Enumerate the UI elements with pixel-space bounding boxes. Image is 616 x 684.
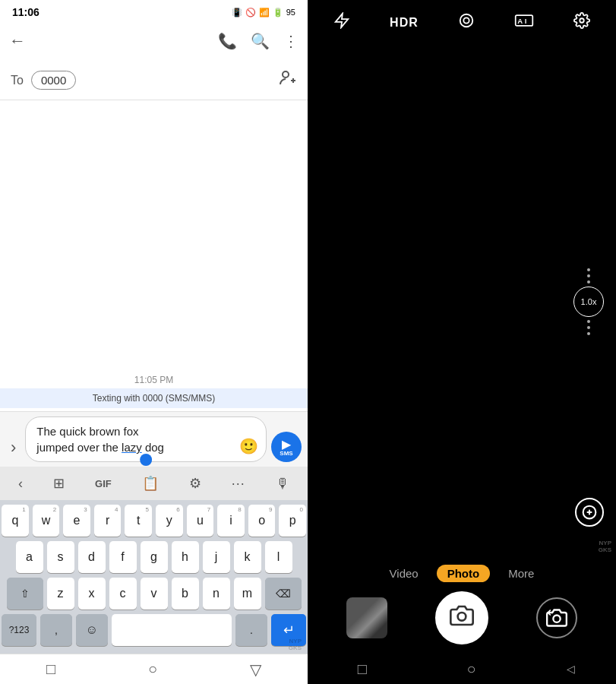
gallery-thumbnail[interactable] [346,597,387,638]
expand-button[interactable]: › [6,433,21,462]
phone-icon[interactable]: 📞 [218,32,237,50]
key-t[interactable]: 5t [125,505,152,537]
camera-mode-row: Video Photo More [308,557,616,588]
key-y[interactable]: 6y [156,505,183,537]
keyboard-row-1: 1q 2w 3e 4r 5t 6y 7u 8i 9o 0p [2,505,306,537]
flash-icon[interactable] [333,12,350,33]
search-icon[interactable]: 🔍 [251,32,270,50]
lens-select-icon[interactable] [458,12,475,33]
numbers-key[interactable]: ?123 [2,614,36,646]
more-mode-button[interactable]: More [508,567,534,580]
space-key[interactable] [112,614,232,646]
key-g[interactable]: g [141,541,168,573]
key-x[interactable]: x [78,578,106,610]
camera-back-button[interactable]: ◁ [567,663,575,675]
key-r[interactable]: 4r [94,505,122,537]
key-a[interactable]: a [16,541,43,573]
key-d[interactable]: d [78,541,106,573]
period-key[interactable]: . [235,614,267,646]
messaging-panel: 11:06 📳 🚫 📶 🔋 95 ← 📞 🔍 ⋮ To 0000 [0,0,308,684]
emoji-button[interactable]: 🙂 [239,437,258,455]
camera-settings-icon[interactable] [573,12,590,33]
key-k[interactable]: k [234,541,261,573]
photo-mode-button[interactable]: Photo [437,565,491,582]
keyboard-row-3: ⇧ z x c v b n m ⌫ [2,578,306,610]
camera-controls-row [308,588,616,654]
emoji-key[interactable]: ☺ [76,614,108,646]
zoom-dots-top [587,268,590,283]
key-s[interactable]: s [47,541,74,573]
key-f[interactable]: f [109,541,137,573]
camera-home-button[interactable]: ○ [457,657,485,681]
svg-text:I: I [525,17,527,25]
gallery-preview-image [346,597,387,638]
comma-key[interactable]: , [40,614,72,646]
message-text-before-lazy: jumped over the [36,441,122,454]
zoom-value-button[interactable]: 1.0x [573,287,604,317]
status-bar: 11:06 📳 🚫 📶 🔋 95 [0,0,308,21]
more-keyboard-button[interactable]: ··· [226,473,251,495]
home-button[interactable]: ○ [133,657,172,681]
gif-button[interactable]: GIF [89,475,118,492]
add-scene-button[interactable] [575,498,604,527]
sms-info-bar: Texting with 0000 (SMS/MMS) [0,388,308,408]
add-contact-button[interactable] [279,69,297,92]
key-m[interactable]: m [234,578,261,610]
key-h[interactable]: h [172,541,199,573]
key-q[interactable]: 1q [2,505,29,537]
key-i[interactable]: 8i [217,505,245,537]
backspace-key[interactable]: ⌫ [265,578,302,610]
clipboard-button[interactable]: 📋 [136,472,165,495]
camera-icon [450,603,474,633]
key-c[interactable]: c [109,578,137,610]
left-watermark: NYPGKS [289,638,302,652]
more-options-icon[interactable]: ⋮ [283,32,299,50]
bottom-navigation: □ ○ ▽ [0,654,308,684]
camera-recents-button[interactable]: □ [349,657,376,681]
message-text-line1: The quick brown fox [36,425,138,438]
right-watermark: NYPGKS [599,540,611,554]
to-field: To 0000 [0,61,308,100]
zoom-dot [587,280,590,283]
zoom-dot [587,274,590,277]
zoom-dot [587,268,590,271]
keyboard-back-button[interactable]: ‹ [12,473,29,495]
key-n[interactable]: n [203,578,230,610]
send-button[interactable]: ▶ SMS [271,432,302,462]
recipient-chip[interactable]: 0000 [31,71,76,90]
key-b[interactable]: b [172,578,199,610]
key-z[interactable]: z [47,578,74,610]
keyboard-row-2: a s d f g h j k l [2,541,306,573]
svg-marker-3 [336,14,349,27]
camera-top-bar: HDR A I [308,0,616,46]
flip-camera-button[interactable] [536,597,577,638]
recents-button[interactable]: □ [31,657,71,681]
shift-key[interactable]: ⇧ [7,578,43,610]
back-button-nav[interactable]: ▽ [235,657,276,682]
zoom-dial[interactable]: 1.0x [573,268,604,335]
key-o[interactable]: 9o [248,505,276,537]
message-timestamp: 11:05 PM [0,375,308,385]
key-w[interactable]: 2w [33,505,60,537]
key-u[interactable]: 7u [187,505,214,537]
sticker-button[interactable]: ⊞ [47,472,71,495]
keyboard: 1q 2w 3e 4r 5t 6y 7u 8i 9o 0p a s d f g … [0,500,308,654]
status-icons: 📳 🚫 📶 🔋 95 [232,8,295,17]
shutter-button[interactable] [435,591,488,644]
back-button[interactable]: ← [9,31,26,51]
keyboard-settings-button[interactable]: ⚙ [183,472,207,495]
svg-point-5 [463,17,469,23]
mic-button[interactable]: 🎙 [270,473,295,495]
key-p[interactable]: 0p [279,505,306,537]
key-e[interactable]: 3e [63,505,90,537]
key-l[interactable]: l [265,541,292,573]
key-v[interactable]: v [141,578,168,610]
status-time: 11:06 [12,6,39,18]
camera-viewfinder[interactable]: 1.0x NYPGKS [308,46,616,557]
message-input-box[interactable]: The quick brown fox jumped over the lazy… [25,416,267,462]
to-label: To [11,74,24,87]
hdr-button[interactable]: HDR [390,16,419,30]
ar-icon[interactable]: A I [514,12,534,33]
video-mode-button[interactable]: Video [390,567,419,580]
key-j[interactable]: j [203,541,230,573]
